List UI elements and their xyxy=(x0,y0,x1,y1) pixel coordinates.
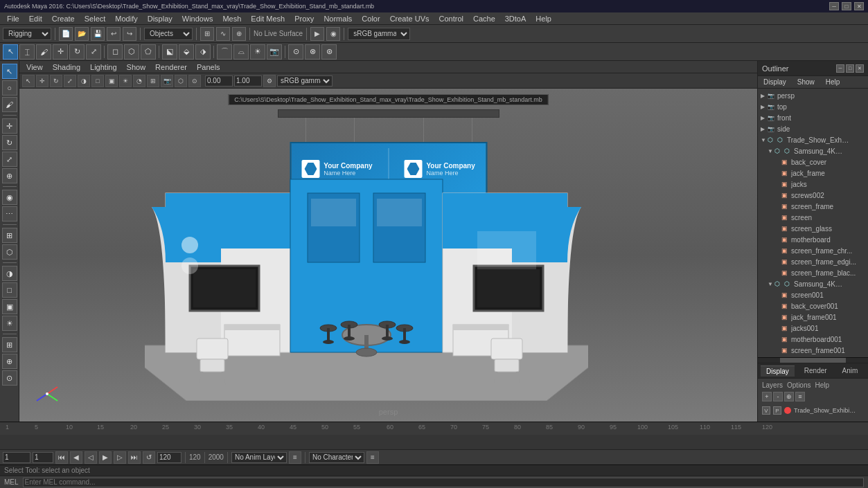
menu-file[interactable]: File xyxy=(3,14,24,24)
snap-point-btn[interactable]: ⊕ xyxy=(232,27,246,41)
tree-item-front[interactable]: ▶ 📷 front xyxy=(758,112,868,123)
tree-item-screen-frame-chr[interactable]: ▣ screen_frame_chr... xyxy=(758,245,868,256)
vp-menu-lighting[interactable]: Lighting xyxy=(86,62,121,72)
vp-menu-shading[interactable]: Shading xyxy=(48,62,85,72)
layer-vis-p[interactable]: P xyxy=(773,406,781,415)
vp-tb-grid[interactable]: ⊞ xyxy=(147,75,159,87)
constraint-tool[interactable]: ⊛ xyxy=(321,44,337,60)
menu-color[interactable]: Color xyxy=(357,14,384,24)
menu-control[interactable]: Control xyxy=(434,14,467,24)
attr-tab-render[interactable]: Render xyxy=(799,365,833,376)
vp-tb-res[interactable]: ⊙ xyxy=(188,75,201,87)
select-mode-btn[interactable]: ↖ xyxy=(2,64,17,79)
play-fwd-btn[interactable]: ▶ xyxy=(99,451,112,464)
menu-edit[interactable]: Edit xyxy=(25,14,46,24)
camera-tool[interactable]: 📷 xyxy=(267,44,282,60)
tree-item-screen-frame-edg[interactable]: ▣ screen_frame_edgi... xyxy=(758,256,868,267)
attr-tab-anim[interactable]: Anim xyxy=(837,365,864,376)
tree-item-side[interactable]: ▶ 📷 side xyxy=(758,123,868,134)
open-btn[interactable]: 📂 xyxy=(75,27,89,41)
tree-item-screen001[interactable]: ▣ screen001 xyxy=(758,289,868,300)
snap-grid-side-btn[interactable]: ⊞ xyxy=(2,337,17,352)
tree-item-persp[interactable]: ▶ 📷 persp xyxy=(758,90,868,101)
timeline-track[interactable] xyxy=(0,435,868,449)
end-frame-input[interactable] xyxy=(157,452,181,463)
tree-item-back-cover001[interactable]: ▣ back_cover001 xyxy=(758,300,868,311)
custom-tool-btn[interactable]: ⬡ xyxy=(2,244,17,260)
vp-menu-view[interactable]: View xyxy=(22,62,47,72)
vp-tb-move[interactable]: ✛ xyxy=(36,75,48,87)
menu-editmesh[interactable]: Edit Mesh xyxy=(247,14,289,24)
menu-proxy[interactable]: Proxy xyxy=(290,14,318,24)
tree-item-trade-show[interactable]: ▼ ⬡ ⬡ Trade_Show_Exhibition_St... xyxy=(758,134,868,145)
attr-icon3[interactable]: ⊕ xyxy=(784,392,794,401)
color-input1[interactable] xyxy=(205,75,233,87)
tree-item-screen-glass[interactable]: ▣ screen_glass xyxy=(758,223,868,234)
vp-tb-scale[interactable]: ⤢ xyxy=(64,75,76,87)
color-input2[interactable] xyxy=(234,75,262,87)
lasso-mode-btn[interactable]: ○ xyxy=(2,80,17,96)
scale-tool[interactable]: ⤢ xyxy=(86,44,101,60)
character-set-dropdown[interactable]: No Character Set xyxy=(309,452,364,463)
outliner-minimize-btn[interactable]: ─ xyxy=(836,64,844,73)
move-tool[interactable]: ✛ xyxy=(53,44,68,60)
vp-menu-renderer[interactable]: Renderer xyxy=(151,62,191,72)
universal-mode-btn[interactable]: ⊕ xyxy=(2,168,17,183)
vp-tb-light[interactable]: ☀ xyxy=(119,75,132,87)
play-back-btn[interactable]: ◁ xyxy=(85,451,97,464)
bridge-tool[interactable]: ⬗ xyxy=(195,44,211,60)
tree-item-screws002[interactable]: ▣ screws002 xyxy=(758,190,868,201)
snap-curve-btn[interactable]: ∿ xyxy=(216,27,230,41)
next-frame-btn[interactable]: ▷ xyxy=(114,451,126,464)
vp-tb-shadow[interactable]: ◔ xyxy=(133,75,145,87)
mel-input[interactable] xyxy=(23,478,864,487)
joint-tool[interactable]: ⊙ xyxy=(288,44,303,60)
curve-tool[interactable]: ⌒ xyxy=(217,44,232,60)
paint-tool[interactable]: 🖌 xyxy=(36,44,51,60)
vp-menu-panels[interactable]: Panels xyxy=(193,62,224,72)
tree-item-jacks[interactable]: ▣ jacks xyxy=(758,179,868,190)
menu-create[interactable]: Create xyxy=(48,14,79,24)
new-scene-btn[interactable]: 📄 xyxy=(59,27,73,41)
outliner-tree[interactable]: ▶ 📷 persp ▶ 📷 top ▶ 📷 front ▶ 📷 side ▼ xyxy=(758,89,868,357)
artisan-btn[interactable]: ⋯ xyxy=(2,206,17,222)
tree-item-samsung2[interactable]: ▼ ⬡ ⬡ Samsung_4K_SUHD_JS... xyxy=(758,278,868,289)
move-mode-btn[interactable]: ✛ xyxy=(2,118,17,134)
nurbs-tool[interactable]: ⬡ xyxy=(124,44,139,60)
ik-tool[interactable]: ⊗ xyxy=(305,44,320,60)
outliner-tab-show[interactable]: Show xyxy=(795,78,817,87)
objects-dropdown[interactable]: Objects xyxy=(144,28,193,40)
snap-view-btn[interactable]: ⊙ xyxy=(2,370,17,386)
outliner-tab-help[interactable]: Help xyxy=(823,78,843,87)
tree-item-motherboard001[interactable]: ▣ motherboard001 xyxy=(758,334,868,345)
minimize-button[interactable]: ─ xyxy=(829,2,839,10)
light-tool[interactable]: ☀ xyxy=(250,44,265,60)
vp-tb-iso[interactable]: ⬡ xyxy=(175,75,187,87)
menu-display[interactable]: Display xyxy=(143,14,177,24)
vp-tb-wire[interactable]: □ xyxy=(91,75,104,87)
attr-icon2[interactable]: - xyxy=(773,392,783,401)
tree-item-jack-frame001[interactable]: ▣ jack_frame001 xyxy=(758,311,868,323)
tree-item-screen[interactable]: ▣ screen xyxy=(758,212,868,223)
tree-item-top[interactable]: ▶ 📷 top xyxy=(758,101,868,112)
tree-item-jacks001[interactable]: ▣ jacks001 xyxy=(758,323,868,334)
maximize-button[interactable]: □ xyxy=(842,2,851,10)
current-frame-input[interactable] xyxy=(3,452,30,463)
deform-tool[interactable]: ⬠ xyxy=(141,44,156,60)
scale-mode-btn[interactable]: ⤢ xyxy=(2,152,17,167)
snap-grid-btn[interactable]: ⊞ xyxy=(200,27,214,41)
3d-viewport[interactable]: C:\Users\S\Desktop\Trade_Show_Exhibition… xyxy=(19,89,757,422)
attr-icon1[interactable]: + xyxy=(762,392,772,401)
vp-tb-shaded[interactable]: ◑ xyxy=(78,75,90,87)
prev-frame-btn[interactable]: ◀ xyxy=(70,451,82,464)
lasso-tool[interactable]: ⌶ xyxy=(19,44,35,60)
rotate-mode-btn[interactable]: ↻ xyxy=(2,135,17,150)
vp-tb-rotate[interactable]: ↻ xyxy=(50,75,62,87)
menu-mesh[interactable]: Mesh xyxy=(218,14,245,24)
render-btn[interactable]: ▶ xyxy=(310,27,324,41)
tree-item-samsung1[interactable]: ▼ ⬡ ⬡ Samsung_4K_SUHD_JS... xyxy=(758,145,868,156)
menu-cache[interactable]: Cache xyxy=(469,14,499,24)
outliner-maximize-btn[interactable]: □ xyxy=(846,64,854,73)
attr-icon4[interactable]: ≡ xyxy=(795,392,805,401)
vp-tb-camera[interactable]: 📷 xyxy=(161,75,173,87)
